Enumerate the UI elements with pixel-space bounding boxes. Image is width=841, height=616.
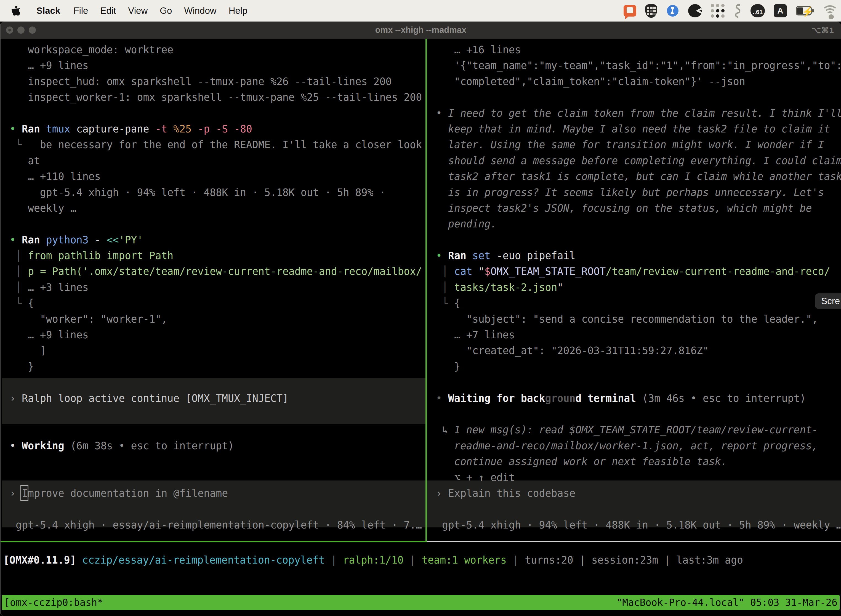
hook-icon[interactable]: [733, 3, 742, 19]
menu-item-view[interactable]: View: [122, 6, 154, 16]
terminal-line: gpt-5.4 xhigh · 94% left · 488K in · 5.1…: [10, 185, 425, 200]
terminal-line: gpt-5.4 xhigh · 94% left · 488K in · 5.1…: [436, 517, 841, 533]
terminal-line: … +9 lines: [10, 58, 425, 73]
terminal-line: "worker": "worker-1",: [10, 311, 425, 327]
terminal-line: │ tasks/task-2.json": [436, 280, 841, 295]
terminal-line: ↳ 1 new msg(s): read $OMX_TEAM_STATE_ROO…: [436, 422, 841, 438]
terminal-line: keep that in mind. Maybe I also need the…: [436, 121, 841, 137]
terminal-line: ⌥ + ↑ edit: [436, 470, 841, 485]
terminal-line: [436, 406, 841, 422]
terminal-line: }: [10, 359, 425, 374]
terminal-line: └ {: [10, 295, 425, 311]
terminal-line: [10, 501, 425, 517]
menu-item-edit[interactable]: Edit: [94, 6, 122, 16]
tmux-host-clock: "MacBook-Pro-44.local" 05:03 31-Mar-26: [617, 597, 837, 608]
terminal-line: • Ran python3 - <<'PY': [10, 232, 425, 248]
terminal-line: workspace_mode: worktree: [10, 42, 425, 58]
window-title: omx --xhigh --madmax: [0, 25, 841, 35]
terminal-line: └ {: [436, 295, 841, 311]
battery-charging-icon[interactable]: ⚡: [796, 3, 814, 19]
terminal-line: • Waiting for background terminal (3m 46…: [436, 390, 841, 406]
terminal-line: [436, 501, 841, 517]
terminal-line: inspect_worker-1: omx sparkshell --tmux-…: [10, 89, 425, 105]
terminal-line: … +7 lines: [436, 327, 841, 343]
terminal-line: … +9 lines: [10, 327, 425, 343]
menu-items: Slack FileEditViewGoWindowHelp: [30, 6, 253, 16]
status-icons: ..61 A ⚡: [624, 3, 837, 19]
terminal-line: [10, 454, 425, 469]
blue-bolt-badge-icon[interactable]: [666, 3, 679, 19]
terminal-line: pending.: [436, 216, 841, 232]
hud-pane[interactable]: [OMX#0.11.9] cczip/essay/ai-reimplementa…: [0, 542, 841, 616]
menu-bar: Slack FileEditViewGoWindowHelp: [0, 0, 841, 22]
terminal-line: [10, 422, 425, 438]
terminal-line: is in progress? It seems likely but perh…: [436, 185, 841, 200]
terminal-line: inspect_hud: omx sparkshell --tmux-pane …: [10, 74, 425, 89]
terminal-line: should send a message before completing …: [436, 153, 841, 169]
tmux-session-label: [omx-cczip0:bash*: [4, 597, 103, 608]
terminal-line: │ p = Path('.omx/state/team/review-curre…: [10, 264, 425, 279]
terminal-line: └ be necessary for the end of the README…: [10, 137, 425, 153]
terminal-line: at: [10, 153, 425, 169]
apple-menu-icon[interactable]: [12, 5, 21, 16]
terminal-line: [10, 106, 425, 121]
terminal-line: [10, 374, 425, 390]
right-pane[interactable]: … +16 lines '{"team_name":"my-team","tas…: [427, 39, 841, 541]
terminal-line: … +16 lines: [436, 42, 841, 58]
terminal-window: omx --xhigh --madmax ⌥⌘1 workspace_mode:…: [0, 22, 841, 616]
right-pane-lines: … +16 lines '{"team_name":"my-team","tas…: [427, 39, 841, 533]
terminal-line: "completed","claim_token":"claim-token"}…: [436, 74, 841, 89]
menu-item-go[interactable]: Go: [154, 6, 178, 16]
terminal-line: … +110 lines: [10, 169, 425, 184]
terminal-line: [10, 216, 425, 232]
terminal-line: inspect task2's JSON, focusing on the st…: [436, 200, 841, 216]
terminal-line: › Ralph loop active continue [OMX_TMUX_I…: [10, 390, 425, 406]
terminal-line: • Ran tmux capture-pane -t %25 -p -S -80: [10, 121, 425, 137]
terminal-line: [OMX#0.11.9] cczip/essay/ai-reimplementa…: [3, 552, 841, 568]
terminal-line: later. Using the same for transition mig…: [436, 137, 841, 153]
terminal-line: • Ran set -euo pipefail: [436, 248, 841, 264]
window-title-bar: omx --xhigh --madmax ⌥⌘1: [0, 22, 841, 39]
tmux-terminal: workspace_mode: worktree … +9 lines insp…: [0, 39, 841, 541]
window-shortcut-hint: ⌥⌘1: [812, 25, 834, 35]
terminal-line: weekly …: [10, 200, 425, 216]
input-source-icon[interactable]: A: [774, 3, 787, 19]
left-pane-lines: workspace_mode: worktree … +9 lines insp…: [0, 39, 425, 533]
terminal-line: }: [436, 359, 841, 374]
camera-wedge-icon[interactable]: [688, 3, 702, 19]
menu-item-file[interactable]: File: [67, 6, 94, 16]
terminal-line: • I need to get the claim token from the…: [436, 106, 841, 121]
terminal-line: • Working (6m 38s • esc to interrupt): [10, 438, 425, 454]
terminal-line: [436, 374, 841, 390]
menu-item-app[interactable]: Slack: [30, 6, 67, 16]
terminal-line: │ cat "$OMX_TEAM_STATE_ROOT/team/review-…: [436, 264, 841, 279]
terminal-line: "subject": "send a concise recommendatio…: [436, 311, 841, 327]
terminal-line: [10, 406, 425, 422]
terminal-line: task2 after task1 is complete, but can I…: [436, 169, 841, 184]
terminal-line: › Explain this codebase: [436, 485, 841, 501]
dots-grid-icon[interactable]: [711, 3, 725, 19]
chat-icon[interactable]: [624, 3, 636, 19]
terminal-line: "created_at": "2026-03-31T11:59:27.816Z": [436, 343, 841, 358]
terminal-line: › Improve documentation in @filename: [10, 485, 425, 501]
wifi-icon[interactable]: [823, 3, 837, 19]
terminal-line: │ from pathlib import Path: [10, 248, 425, 264]
terminal-line: continue assigned work or next feasible …: [436, 454, 841, 469]
terminal-line: gpt-5.4 xhigh · essay/ai-reimplementatio…: [10, 517, 425, 533]
gauge-badge-icon[interactable]: ..61: [750, 3, 765, 19]
menu-item-help[interactable]: Help: [223, 6, 253, 16]
screen: Slack FileEditViewGoWindowHelp: [0, 0, 841, 616]
terminal-line: [436, 89, 841, 105]
terminal-line: ]: [10, 343, 425, 358]
menu-item-window[interactable]: Window: [178, 6, 223, 16]
shield-grid-icon[interactable]: [645, 3, 657, 19]
terminal-line: [436, 232, 841, 248]
terminal-line: readme-and-reco/mailbox/worker-1.json, a…: [436, 438, 841, 454]
terminal-line: '{"team_name":"my-team","task_id":"1","f…: [436, 58, 841, 73]
left-pane[interactable]: workspace_mode: worktree … +9 lines insp…: [0, 39, 425, 541]
tmux-status-bar: [omx-cczip0:bash* "MacBook-Pro-44.local"…: [2, 595, 840, 610]
terminal-line: [10, 470, 425, 485]
omx-status-line: [OMX#0.11.9] cczip/essay/ai-reimplementa…: [0, 542, 841, 568]
terminal-line: │ … +3 lines: [10, 280, 425, 295]
screen-tooltip: Scre: [815, 293, 841, 309]
